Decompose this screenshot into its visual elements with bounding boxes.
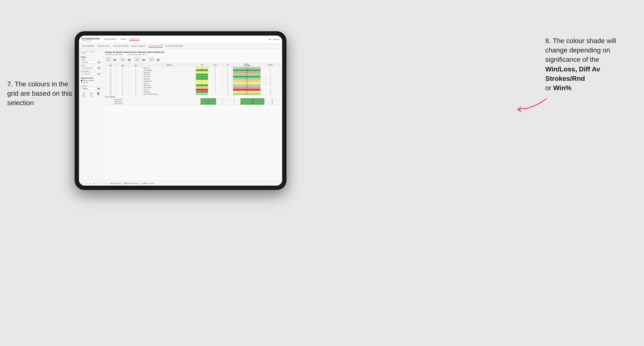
cell-conf: 6	[129, 91, 143, 93]
save-custom-view-action[interactable]: 💾 Save Custom View	[124, 182, 139, 184]
cell-win: 1	[196, 78, 208, 80]
cell-loss: 0	[208, 69, 222, 71]
division-select[interactable]: NCAA Division III	[81, 67, 101, 69]
cell-div: 20	[105, 91, 116, 93]
cell-conf: 4	[129, 82, 143, 84]
conference-select[interactable]: (All)	[134, 58, 146, 61]
nav-team-h2h-heatmap[interactable]: TEAM H2H HEATMAP	[113, 45, 128, 47]
cell-diff: 1.50	[233, 67, 261, 69]
nav-team-summary[interactable]: TEAM SUMMARY	[82, 45, 94, 47]
radio-dot-opponents	[81, 80, 82, 81]
cell-div: 20	[105, 93, 116, 95]
cell-conf: 1	[129, 80, 143, 82]
cell-rounds: 4	[261, 76, 280, 78]
cell-opponent: Alexis Sudjianto	[143, 69, 196, 71]
cell-win: 1	[196, 67, 208, 69]
cell-loss: 0	[208, 76, 222, 78]
nav-tournaments[interactable]: TOURNAMENTS	[104, 38, 117, 41]
cell-rounds: 9	[261, 82, 280, 84]
cell-rounds: 30	[264, 101, 280, 103]
cell-diff: -1.00	[233, 71, 261, 74]
grid-title: Katelyn Vo Head-to-Head Grid for Women's…	[105, 51, 280, 53]
cell-diff: 4.00	[233, 76, 261, 78]
redo-button[interactable]: ↪	[85, 182, 88, 184]
right-annotation: 8. The colour shade will change dependin…	[545, 36, 630, 93]
cell-div: 6	[105, 71, 116, 74]
right-annotation-text: 8. The colour shade will change dependin…	[545, 36, 630, 93]
cell-div	[105, 103, 114, 105]
filter-opponents: Opponents: (All)	[105, 57, 117, 61]
opponent-view-title: Opponent view	[81, 77, 101, 79]
left-annotation-text: 7. The colours in the grid are based on …	[7, 79, 72, 108]
table-row: NAIA Division 1 15 0 0 9.267 30	[105, 101, 280, 103]
target-button[interactable]: ⊙	[105, 182, 107, 184]
forward-button[interactable]: ↷	[97, 182, 100, 184]
player-rank-select[interactable]: 8. Katelyn Vo	[81, 72, 101, 75]
view-original-action[interactable]: ▶ View: Original	[110, 182, 121, 184]
cell-win: 1	[200, 98, 216, 101]
division-record-label: Division Record: 331 - 34 - 6	[128, 54, 146, 55]
dot-button[interactable]: ·	[101, 182, 103, 184]
cell-loss: 0	[208, 67, 222, 69]
cell-conf: 7	[129, 93, 143, 95]
cell-tie: 0	[222, 76, 233, 78]
cell-div: 16	[105, 87, 116, 89]
nav-player-summary[interactable]: PLAYER SUMMARY	[132, 45, 146, 47]
cell-diff: 4.00	[233, 69, 261, 71]
cell-tie: 0	[222, 84, 233, 87]
table-row: 3 1 1 Esther Lee 1 0 1 1.50 4	[105, 67, 280, 69]
cell-reg: 1	[116, 80, 129, 82]
cell-win: 0	[196, 89, 208, 91]
secondary-nav: TEAM SUMMARY TEAM H2H GRID TEAM H2H HEAT…	[79, 43, 282, 49]
cell-reg: 7	[116, 82, 129, 84]
cell-div: 18	[105, 89, 116, 91]
gender-select[interactable]: Women's	[81, 61, 101, 64]
opponents-select[interactable]: (All)	[105, 58, 117, 61]
cell-div: 13	[105, 80, 116, 82]
cell-loss: 1	[208, 71, 222, 74]
toolbar-divider-2	[122, 182, 123, 185]
cell-conf: 4	[129, 74, 143, 76]
sign-out-link[interactable]: Sign out	[273, 38, 279, 41]
nav-team-h2h-grid[interactable]: TEAM H2H GRID	[98, 45, 110, 47]
nav-links: TOURNAMENTS TEAMS COMMITTEE	[104, 38, 269, 41]
cell-loss: 1	[208, 89, 222, 91]
colour-by-select[interactable]: Win/loss	[81, 87, 101, 90]
cell-opponent: Andrea York	[143, 76, 196, 78]
region-select[interactable]: (All)	[120, 58, 132, 61]
opponent-select[interactable]: (All)	[148, 58, 160, 61]
grid-button[interactable]: ⊞	[93, 182, 96, 184]
nav-player-h2h-heatmap[interactable]: PLAYER H2H HEATMAP	[166, 45, 183, 47]
cell-tie: 0	[222, 74, 233, 76]
cell-div: 13	[105, 78, 116, 80]
cell-conf: 3	[129, 71, 143, 74]
cell-reg: 2	[116, 69, 129, 71]
nav-player-h2h-grid[interactable]: PLAYER H2H GRID	[149, 44, 163, 48]
nav-right: ▶ | Sign out	[269, 38, 279, 41]
table-row: 15 8 5 Stella Cheng 1 0 0 1.25 4	[105, 84, 280, 87]
legend-dot-up	[97, 92, 100, 95]
undo-button[interactable]: ↩	[81, 182, 84, 184]
cell-tie: 0	[222, 91, 233, 93]
cell-reg: 2	[116, 89, 129, 91]
cell-win: 5	[200, 103, 216, 105]
cell-loss: 0	[216, 103, 228, 105]
cell-tie: 0	[222, 80, 233, 82]
nav-committee[interactable]: COMMITTEE	[129, 38, 140, 41]
col-win: Win	[196, 63, 208, 67]
cell-reg: 8	[116, 84, 129, 87]
share-action[interactable]: Share	[150, 182, 154, 184]
colour-by-label: Colour by	[81, 85, 101, 87]
nav-teams[interactable]: TEAMS	[120, 38, 126, 41]
cell-diff: 0.30	[233, 91, 261, 93]
refresh-button[interactable]: ⟳	[89, 182, 92, 184]
cell-tie: 0	[228, 101, 240, 103]
radio-top-100[interactable]: Top 100	[81, 82, 101, 83]
cell-loss: 0	[208, 74, 222, 76]
table-row: 6 3 3 Sydney Kuo 1 1 0 -1.00	[105, 71, 280, 74]
radio-opponents-played[interactable]: Opponents Played	[81, 80, 101, 81]
watch-action[interactable]: 👁 Watch ▾	[142, 182, 148, 184]
cell-rounds: 2	[264, 98, 280, 101]
cell-diff: 1.25	[233, 84, 261, 87]
cell-win: 2	[196, 93, 208, 95]
